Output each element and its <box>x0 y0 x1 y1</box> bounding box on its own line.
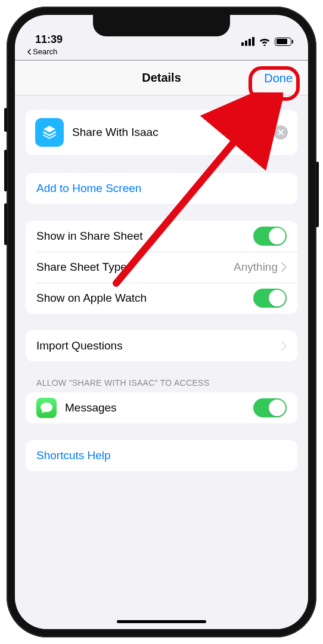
chevron-right-icon <box>281 341 287 351</box>
nav-bar: Details Done <box>15 61 308 95</box>
group-help: Shortcuts Help <box>26 440 297 471</box>
shortcuts-help-button[interactable]: Shortcuts Help <box>26 440 297 471</box>
row-permission-messages: Messages <box>26 392 297 423</box>
wifi-icon <box>259 37 271 46</box>
shortcut-icon[interactable] <box>35 118 64 147</box>
mute-switch <box>4 108 7 132</box>
status-time: 11:39 <box>35 33 63 46</box>
home-indicator[interactable] <box>117 620 206 623</box>
row-show-share-sheet: Show in Share Sheet <box>26 221 297 252</box>
screen: 11:39 Search Details Done <box>15 15 308 629</box>
group-permissions: Messages <box>26 392 297 423</box>
power-button <box>316 162 319 227</box>
switch-show-share-sheet[interactable] <box>253 227 287 246</box>
volume-up-button <box>4 150 7 191</box>
share-types-value: Anything <box>234 261 278 274</box>
done-button[interactable]: Done <box>264 71 293 85</box>
messages-app-icon <box>36 398 57 418</box>
volume-down-button <box>4 203 7 245</box>
switch-apple-watch[interactable] <box>253 289 287 308</box>
group-add-home: Add to Home Screen <box>26 173 297 204</box>
switch-messages-permission[interactable] <box>253 398 287 417</box>
permissions-header: ALLOW "SHARE WITH ISAAC" TO ACCESS <box>26 378 297 392</box>
back-label: Search <box>33 47 57 56</box>
row-show-apple-watch: Show on Apple Watch <box>26 283 297 314</box>
add-to-home-screen-button[interactable]: Add to Home Screen <box>26 173 297 204</box>
shortcut-name-field[interactable]: Share With Isaac <box>72 126 265 139</box>
phone-frame: 11:39 Search Details Done <box>7 7 316 637</box>
group-share-options: Show in Share Sheet Share Sheet Types An… <box>26 221 297 314</box>
chevron-right-icon <box>281 262 287 272</box>
page-title: Details <box>142 71 181 85</box>
shortcut-title-card: Share With Isaac <box>26 110 297 155</box>
clear-name-button[interactable] <box>274 125 288 140</box>
cellular-icon <box>241 37 254 46</box>
content-scroll[interactable]: Share With Isaac Add to Home Screen Show… <box>15 95 308 629</box>
back-to-search[interactable]: Search <box>15 47 308 60</box>
notch <box>93 15 230 36</box>
battery-icon <box>275 38 291 46</box>
group-import-questions: Import Questions <box>26 330 297 361</box>
row-share-sheet-types[interactable]: Share Sheet Types Anything <box>26 252 297 283</box>
row-import-questions[interactable]: Import Questions <box>26 330 297 361</box>
